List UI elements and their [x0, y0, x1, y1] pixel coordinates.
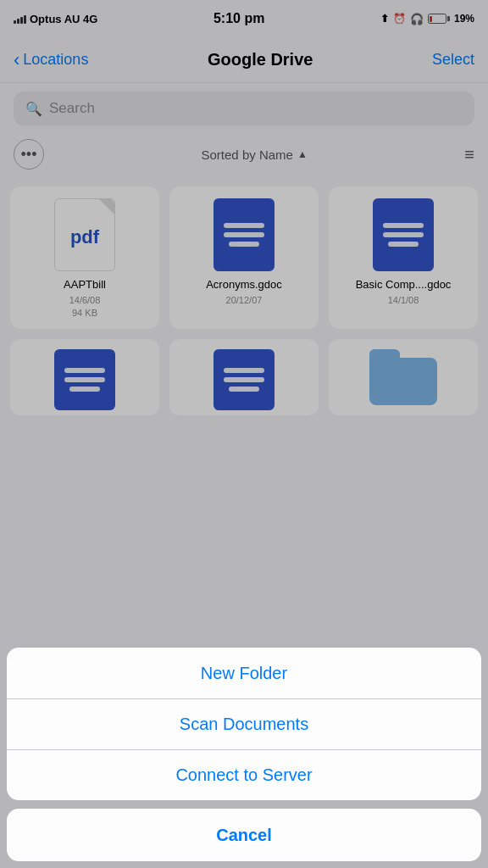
cancel-button[interactable]: Cancel	[7, 809, 481, 861]
scan-documents-button[interactable]: Scan Documents	[7, 698, 481, 749]
new-folder-button[interactable]: New Folder	[7, 648, 481, 698]
action-group: New Folder Scan Documents Connect to Ser…	[7, 648, 481, 800]
action-sheet: New Folder Scan Documents Connect to Ser…	[0, 648, 488, 868]
connect-server-button[interactable]: Connect to Server	[7, 749, 481, 800]
